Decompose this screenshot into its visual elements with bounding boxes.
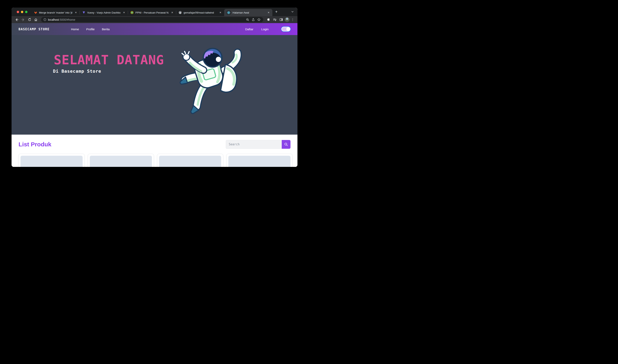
nav-link-daftar[interactable]: Daftar: [245, 27, 253, 31]
hero-title: SELAMAT DATANG: [54, 53, 164, 67]
browser-window: Merge branch 'master' into 'jiha ✕ Vuexy…: [12, 8, 297, 167]
product-card-list: [19, 154, 290, 167]
search-button[interactable]: [282, 140, 290, 149]
gitlab-icon: [34, 11, 37, 14]
profile-avatar[interactable]: [285, 17, 289, 22]
tab-title: Merge branch 'master' into 'jiha: [39, 11, 72, 14]
hero-copy: SELAMAT DATANG Di Basecamp Store: [54, 53, 164, 74]
bookmark-button[interactable]: [256, 17, 262, 23]
close-icon[interactable]: ✕: [170, 11, 174, 14]
react-icon: [227, 11, 231, 15]
product-card[interactable]: [157, 154, 223, 167]
nav-link-profile[interactable]: Profile: [86, 27, 95, 31]
star-icon: [257, 18, 261, 21]
share-icon: [252, 18, 255, 21]
tab-ppni[interactable]: PPNI - Persatuan Perawat Nasi ✕: [128, 9, 176, 16]
vuexy-icon: [82, 11, 85, 14]
side-panel-button[interactable]: [278, 17, 284, 23]
github-icon: [178, 11, 182, 14]
close-icon[interactable]: ✕: [219, 11, 222, 14]
browser-menu-button[interactable]: ⋮: [290, 18, 295, 22]
close-icon[interactable]: ✕: [74, 11, 78, 14]
tab-github-repo[interactable]: gemafajar09/react-tailwind ✕: [176, 9, 224, 16]
astronaut-illustration: [179, 46, 247, 116]
forward-icon: [21, 18, 25, 22]
products-section: List Produk: [12, 135, 297, 167]
brand-logo[interactable]: BASECAMP STORE: [19, 27, 50, 31]
close-icon[interactable]: ✕: [122, 11, 126, 14]
product-card[interactable]: [88, 154, 154, 167]
products-heading: List Produk: [19, 141, 51, 148]
site-navbar: BASECAMP STORE Home Profile Berita Dafta…: [12, 23, 297, 35]
search-icon: [284, 143, 288, 146]
plus-icon: +: [275, 10, 278, 14]
close-icon[interactable]: ✕: [267, 11, 270, 14]
puzzle-icon: [267, 18, 270, 21]
minimize-window-button[interactable]: [21, 11, 23, 13]
product-image-placeholder: [159, 156, 221, 167]
tab-title: PPNI - Persatuan Perawat Nasi: [135, 11, 169, 14]
chevron-down-icon: [291, 10, 294, 13]
products-header: List Produk: [19, 140, 290, 149]
back-icon: [15, 18, 19, 22]
side-panel-icon: [280, 18, 283, 21]
browser-toolbar: localhost:5000/#home ⋮: [12, 16, 297, 23]
fullscreen-window-button[interactable]: [25, 11, 27, 13]
auth-links: Daftar Login: [245, 27, 290, 31]
ppni-icon: [130, 11, 134, 14]
product-image-placeholder: [228, 156, 290, 167]
media-playlist-icon: [273, 18, 277, 22]
toggle-knob: [286, 27, 290, 31]
close-window-button[interactable]: [17, 11, 19, 13]
tab-title: gemafajar09/react-tailwind: [184, 11, 217, 14]
hero-section: SELAMAT DATANG Di Basecamp Store: [12, 35, 297, 135]
home-button[interactable]: [33, 17, 39, 23]
share-button[interactable]: [250, 17, 256, 23]
tab-vuexy[interactable]: Vuexy - Vuejs Admin Dashboar ✕: [80, 9, 128, 16]
reload-icon: [28, 18, 31, 21]
reload-button[interactable]: [27, 17, 32, 23]
zoom-out-icon: [246, 18, 249, 21]
hero-subtitle: Di Basecamp Store: [53, 69, 164, 74]
product-image-placeholder: [90, 156, 152, 167]
nav-links: Home Profile Berita: [71, 27, 110, 31]
tab-title: Halaman Awal: [232, 11, 265, 14]
extensions-button[interactable]: [266, 17, 271, 23]
forward-button[interactable]: [20, 17, 26, 23]
product-card[interactable]: [226, 154, 293, 167]
media-controls-button[interactable]: [272, 17, 278, 23]
theme-toggle[interactable]: [281, 27, 290, 31]
new-tab-button[interactable]: +: [273, 9, 279, 14]
nav-link-home[interactable]: Home: [71, 27, 79, 31]
zoom-page-button[interactable]: [245, 17, 250, 23]
site-info-icon[interactable]: [43, 18, 46, 21]
tab-title: Vuexy - Vuejs Admin Dashboar: [87, 11, 120, 14]
tab-list: Merge branch 'master' into 'jiha ✕ Vuexy…: [31, 9, 279, 16]
nav-link-berita[interactable]: Berita: [102, 27, 110, 31]
product-card[interactable]: [19, 154, 85, 167]
window-controls: [17, 11, 27, 13]
tab-search-chevron-button[interactable]: [291, 10, 294, 14]
product-search: [226, 140, 290, 149]
tab-strip: Merge branch 'master' into 'jiha ✕ Vuexy…: [12, 8, 297, 16]
nav-link-login[interactable]: Login: [261, 27, 269, 31]
url-text: localhost:5000/#home: [48, 18, 245, 21]
web-page: BASECAMP STORE Home Profile Berita Dafta…: [12, 23, 297, 167]
search-input[interactable]: [226, 140, 282, 149]
home-icon: [34, 18, 38, 22]
tab-halaman-awal-active[interactable]: Halaman Awal ✕: [224, 9, 272, 16]
tab-gitlab-merge[interactable]: Merge branch 'master' into 'jiha ✕: [31, 9, 80, 16]
back-button[interactable]: [14, 17, 20, 23]
address-bar[interactable]: localhost:5000/#home: [41, 17, 263, 22]
product-image-placeholder: [21, 156, 83, 167]
